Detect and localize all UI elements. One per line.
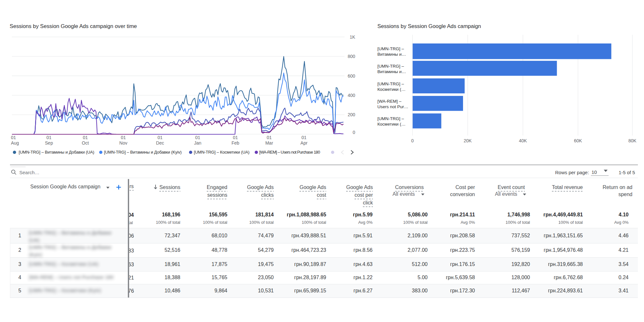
svg-text:20K: 20K bbox=[464, 138, 472, 143]
svg-text:40K: 40K bbox=[519, 138, 527, 143]
svg-text:1K: 1K bbox=[350, 34, 355, 40]
svg-text:200: 200 bbox=[348, 112, 355, 117]
svg-text:0: 0 bbox=[411, 138, 414, 143]
svg-text:80K: 80K bbox=[629, 138, 637, 143]
svg-text:60K: 60K bbox=[574, 138, 582, 143]
svg-text:600: 600 bbox=[348, 73, 355, 79]
svg-text:800: 800 bbox=[348, 54, 355, 59]
svg-text:400: 400 bbox=[348, 93, 355, 98]
svg-text:0: 0 bbox=[353, 130, 355, 135]
